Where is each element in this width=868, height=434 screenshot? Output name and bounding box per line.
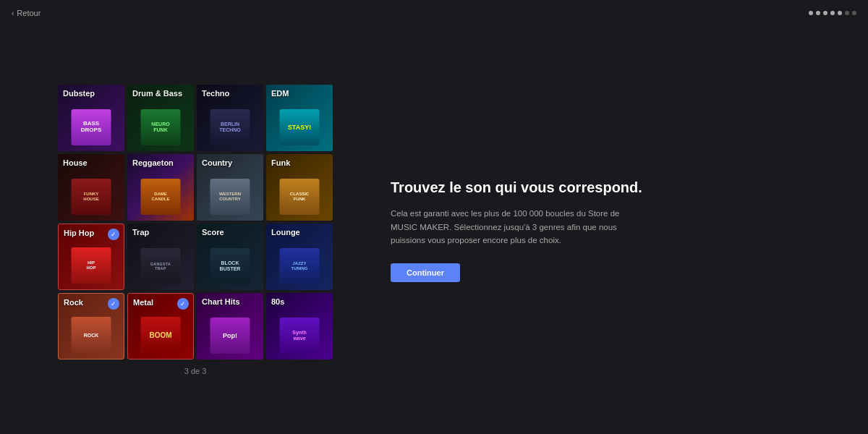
- genre-card-lounge[interactable]: Lounge JAZZYTUNING: [266, 224, 333, 290]
- chevron-left-icon: ‹: [12, 9, 14, 17]
- genre-card-edm[interactable]: EDM STASY!: [266, 85, 333, 151]
- back-button[interactable]: ‹ Retour: [12, 9, 41, 17]
- panel-heading: Trouvez le son qui vous correspond.: [391, 178, 810, 197]
- genre-label-drumbass: Drum & Bass: [132, 89, 182, 98]
- genre-card-country[interactable]: Country WESTERNCOUNTRY: [197, 154, 263, 221]
- genre-label-house: House: [63, 158, 88, 167]
- genre-card-metal[interactable]: Metal ✓ BOOM: [127, 293, 194, 359]
- genre-art-house: FUNKYHOUSE: [72, 179, 111, 215]
- genre-art-reggaeton: DAMECANDLE: [141, 179, 181, 215]
- dot-4: [830, 11, 835, 15]
- genre-label-edm: EDM: [271, 89, 289, 98]
- main-content: Dubstep BASSDROPS Drum & Bass NEUROFUNK …: [0, 26, 868, 434]
- genre-label-trap: Trap: [132, 228, 149, 237]
- genre-label-rock: Rock: [64, 298, 83, 307]
- genre-label-80s: 80s: [271, 297, 284, 306]
- genre-card-drumbass[interactable]: Drum & Bass NEUROFUNK: [127, 85, 194, 151]
- right-panel: Trouvez le son qui vous correspond. Cela…: [376, 178, 810, 281]
- genre-card-hiphop[interactable]: Hip Hop ✓ HIPHOP: [58, 224, 124, 290]
- dot-5: [838, 11, 842, 15]
- genre-art-techno: BERLINTECHNO: [210, 109, 250, 145]
- genre-card-score[interactable]: Score BLOCKBUSTER: [197, 224, 263, 290]
- dot-7: [852, 11, 856, 15]
- genre-art-edm: STASY!: [280, 109, 320, 145]
- genre-label-charthits: Chart Hits: [202, 297, 240, 306]
- genre-art-trap: GANGSTATRAP: [141, 248, 181, 284]
- dot-1: [809, 11, 813, 15]
- genre-art-metal: BOOM: [141, 317, 181, 353]
- genre-label-dubstep: Dubstep: [63, 89, 95, 98]
- continue-button[interactable]: Continuer: [391, 263, 460, 282]
- genre-card-techno[interactable]: Techno BERLINTECHNO: [197, 85, 263, 151]
- genre-art-rock: ROCK: [72, 317, 111, 353]
- genre-art-hiphop: HIPHOP: [72, 247, 111, 284]
- genre-card-reggaeton[interactable]: Reggaeton DAMECANDLE: [127, 154, 194, 221]
- back-label: Retour: [17, 9, 41, 17]
- genre-art-score: BLOCKBUSTER: [210, 248, 250, 284]
- dot-6: [845, 11, 849, 15]
- genre-art-charthits: Pop!: [210, 318, 250, 354]
- genre-art-80s: Synthwave: [280, 318, 320, 354]
- selected-check-metal: ✓: [177, 298, 189, 310]
- genre-label-reggaeton: Reggaeton: [132, 158, 174, 167]
- genre-card-80s[interactable]: 80s Synthwave: [266, 293, 333, 359]
- genre-label-score: Score: [202, 228, 224, 237]
- genre-label-metal: Metal: [133, 298, 153, 307]
- genre-card-trap[interactable]: Trap GANGSTATRAP: [127, 224, 194, 290]
- selected-check-hiphop: ✓: [108, 229, 119, 240]
- genre-card-house[interactable]: House FUNKYHOUSE: [58, 154, 124, 221]
- genre-art-drumbass: NEUROFUNK: [141, 109, 181, 145]
- progress-dots: [809, 11, 856, 15]
- genre-card-charthits[interactable]: Chart Hits Pop!: [197, 293, 263, 359]
- genre-label-lounge: Lounge: [271, 228, 300, 237]
- genre-label-country: Country: [202, 158, 232, 167]
- selected-check-rock: ✓: [108, 298, 119, 310]
- genre-art-funk: CLASSICFUNK: [280, 179, 320, 215]
- genre-grid-section: Dubstep BASSDROPS Drum & Bass NEUROFUNK …: [58, 85, 333, 375]
- genre-card-funk[interactable]: Funk CLASSICFUNK: [266, 154, 333, 221]
- dot-2: [816, 11, 820, 15]
- genre-art-lounge: JAZZYTUNING: [280, 248, 320, 284]
- header: ‹ Retour: [0, 0, 868, 26]
- genre-art-country: WESTERNCOUNTRY: [210, 179, 250, 215]
- genre-label-funk: Funk: [271, 158, 290, 167]
- genre-grid: Dubstep BASSDROPS Drum & Bass NEUROFUNK …: [58, 85, 333, 359]
- genre-card-dubstep[interactable]: Dubstep BASSDROPS: [58, 85, 124, 151]
- pagination-label: 3 de 3: [184, 367, 207, 375]
- genre-label-hiphop: Hip Hop: [64, 229, 94, 237]
- panel-description: Cela est garanti avec les plus de 100 00…: [391, 207, 622, 247]
- genre-label-techno: Techno: [202, 89, 229, 98]
- genre-art-dubstep: BASSDROPS: [72, 109, 111, 145]
- dot-3: [823, 11, 827, 15]
- genre-card-rock[interactable]: Rock ✓ ROCK: [58, 293, 124, 359]
